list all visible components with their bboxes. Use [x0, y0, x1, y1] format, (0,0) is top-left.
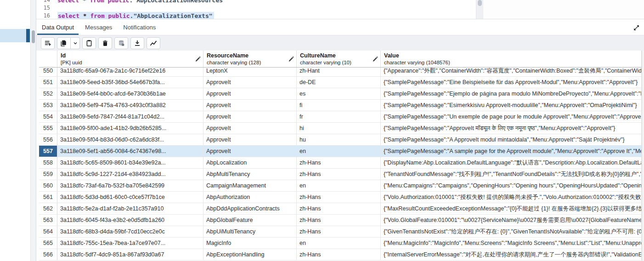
- cell-value[interactable]: {"Volo.GlobalFeature:010001":"\u0027{Ser…: [381, 215, 642, 226]
- cell-value[interactable]: {"DisplayName:Abp.Localization.DefaultLa…: [381, 157, 642, 168]
- cell-culture-name[interactable]: zh-Hans: [297, 169, 381, 180]
- cell-resource-name[interactable]: ApproveIt: [203, 134, 297, 145]
- copy-button[interactable]: [57, 37, 71, 49]
- column-header-resource-name[interactable]: ResourceName character varying (128): [203, 51, 297, 67]
- cell-culture-name[interactable]: zh-Hans: [297, 203, 381, 214]
- cell-resource-name[interactable]: AbpMultiTenancy: [203, 169, 297, 180]
- cell-id[interactable]: 3a118dfc-68b3-d4da-59bf-7cd10ecc2e0c: [57, 226, 203, 237]
- row-number-cell[interactable]: 560: [39, 180, 57, 191]
- grid-vertical-scrollbar[interactable]: [642, 51, 644, 261]
- cell-id[interactable]: 3a118dfc-755c-15ea-7bea-1a7ce97e07...: [57, 238, 203, 249]
- table-row[interactable]: 556 3a118e09-5f04-b83d-06d0-c62a6dc83f..…: [39, 134, 642, 146]
- copy-options-dropdown[interactable]: [71, 37, 80, 49]
- cell-value[interactable]: {"SamplePageMessage":"ApproveIt मॉड्यूल …: [381, 123, 642, 134]
- table-row[interactable]: 558 3a118dfc-5c65-8509-8601-b34e39e92a..…: [39, 157, 642, 169]
- cell-culture-name[interactable]: zh-Hans: [297, 226, 381, 237]
- cell-resource-name[interactable]: AbpAuthorization: [203, 192, 297, 203]
- cell-id[interactable]: 3a118e09-5ef4-bb0c-afcd-6e730b36b1ae: [57, 88, 203, 99]
- cell-culture-name[interactable]: zh-Hans: [297, 215, 381, 226]
- cell-id[interactable]: 3a118dfc-65a9-067a-2a1c-9c716ef22e16: [57, 68, 203, 76]
- sql-line-16-current[interactable]: 16select * from public."AbpLocalizationT…: [36, 12, 475, 19]
- cell-resource-name[interactable]: AbpDddApplicationContracts: [203, 203, 297, 214]
- cell-resource-name[interactable]: ApproveIt: [203, 123, 297, 134]
- row-number-cell[interactable]: 557: [39, 146, 57, 157]
- scrollbar-thumb[interactable]: [32, 30, 35, 43]
- cell-culture-name[interactable]: hi: [297, 123, 381, 134]
- table-row[interactable]: 562 3a118dfc-5e2a-d1af-f2ab-2e11c357a910…: [39, 203, 642, 215]
- cell-value[interactable]: {"Menu:Campaigns":"Campaigns","OpeningHo…: [381, 180, 642, 191]
- cell-value[interactable]: {"Volo.Authorization:010001":"授权失败! 提供的策…: [381, 192, 642, 203]
- row-number-cell[interactable]: 550: [39, 68, 57, 76]
- cell-culture-name[interactable]: zh-Hans: [297, 249, 381, 260]
- cell-value[interactable]: {"SamplePageMessage":"A sample page for …: [381, 146, 642, 157]
- cell-value[interactable]: {"SamplePageMessage":"Ejemplo de página …: [381, 88, 642, 99]
- sql-line-14[interactable]: 14select * from public."AbpLocalizationR…: [36, 0, 475, 4]
- row-number-cell[interactable]: 564: [39, 226, 57, 237]
- table-row[interactable]: 560 3a118dfc-73af-6a7b-532f-ba705e842599…: [39, 180, 642, 192]
- cell-id[interactable]: 3a118dfc-5c65-8509-8601-b34e39e92a...: [57, 157, 203, 168]
- cell-value[interactable]: {"SamplePageMessage":"Esimerkkisivu Appr…: [381, 100, 642, 111]
- cell-culture-name[interactable]: es: [297, 88, 381, 99]
- row-number-cell[interactable]: 551: [39, 77, 57, 88]
- cell-resource-name[interactable]: AbpExceptionHandling: [203, 249, 297, 260]
- table-row[interactable]: 561 3a118dfc-5d3d-bd61-60c0-c0ce57f7b1ce…: [39, 192, 642, 203]
- cell-culture-name[interactable]: de-DE: [297, 77, 381, 88]
- column-header-culture-name[interactable]: CultureName character varying (10): [297, 51, 381, 67]
- graph-visualiser-button[interactable]: [147, 37, 160, 49]
- cell-id[interactable]: 3a118dfc-5e2a-d1af-f2ab-2e11c357a910: [57, 203, 203, 214]
- cell-id[interactable]: 3a118dfc-6045-f43a-e3b2-e0d5dfb1a260: [57, 215, 203, 226]
- cell-id[interactable]: 3a118e09-5ef9-475a-4763-c493c0f3a882: [57, 100, 203, 111]
- cell-culture-name[interactable]: fi: [297, 100, 381, 111]
- row-number-cell[interactable]: 562: [39, 203, 57, 214]
- row-number-cell[interactable]: 552: [39, 88, 57, 99]
- cell-id[interactable]: 3a118e09-5ef1-ab56-0084-6c74367e98...: [57, 146, 203, 157]
- column-header-value[interactable]: Value character varying (1048576): [381, 51, 642, 67]
- cell-resource-name[interactable]: AbpLocalization: [203, 157, 297, 168]
- row-number-cell[interactable]: 559: [39, 169, 57, 180]
- cell-resource-name[interactable]: AbpUiMultiTenancy: [203, 226, 297, 237]
- tab-messages[interactable]: Messages: [80, 19, 117, 35]
- cell-id[interactable]: 3a118e09-5f00-ade1-41b2-9db26b5285...: [57, 123, 203, 134]
- cell-culture-name[interactable]: zh-Hans: [297, 157, 381, 168]
- row-number-cell[interactable]: 555: [39, 123, 57, 134]
- cell-resource-name[interactable]: LeptonX: [203, 68, 297, 76]
- cell-id[interactable]: 3a118e09-5eed-b35f-36bd-54e667b3fa...: [57, 77, 203, 88]
- table-row[interactable]: 563 3a118dfc-6045-f43a-e3b2-e0d5dfb1a260…: [39, 215, 642, 226]
- cell-value[interactable]: {"SamplePageMessage":"A ApproveIt modul …: [381, 134, 642, 145]
- add-row-button[interactable]: [41, 37, 55, 49]
- row-number-cell[interactable]: 553: [39, 100, 57, 111]
- table-row[interactable]: 552 3a118e09-5ef4-bb0c-afcd-6e730b36b1ae…: [39, 88, 642, 100]
- table-row[interactable]: 551 3a118e09-5eed-b35f-36bd-54e667b3fa..…: [39, 77, 642, 88]
- cell-resource-name[interactable]: ApproveIt: [203, 88, 297, 99]
- sql-editor[interactable]: 14select * from public."AbpLocalizationR…: [36, 0, 475, 19]
- table-row[interactable]: 564 3a118dfc-68b3-d4da-59bf-7cd10ecc2e0c…: [39, 226, 642, 238]
- cell-resource-name[interactable]: AbpGlobalFeature: [203, 215, 297, 226]
- save-data-changes-button[interactable]: [114, 37, 128, 49]
- table-row[interactable]: 555 3a118e09-5f00-ade1-41b2-9db26b5285..…: [39, 123, 642, 134]
- cell-id[interactable]: 3a118e09-5f04-b83d-06d0-c62a6dc83f...: [57, 134, 203, 145]
- table-row[interactable]: 554 3a118e09-5efd-7847-2f44-81a71c04d2..…: [39, 111, 642, 123]
- row-number-cell[interactable]: 565: [39, 238, 57, 249]
- row-number-cell[interactable]: 563: [39, 215, 57, 226]
- row-number-cell[interactable]: 566: [39, 249, 57, 260]
- row-number-cell[interactable]: 554: [39, 111, 57, 122]
- column-header-rownum[interactable]: [39, 51, 57, 67]
- cell-culture-name[interactable]: en: [297, 146, 381, 157]
- table-row[interactable]: 566 3a118dfc-5df7-4dc9-851a-867af93d0a67…: [39, 249, 642, 261]
- table-row[interactable]: 550 3a118dfc-65a9-067a-2a1c-9c716ef22e16…: [39, 68, 642, 77]
- tab-data-output[interactable]: Data Output: [37, 19, 79, 35]
- delete-row-button[interactable]: [98, 37, 112, 49]
- expand-panel-icon[interactable]: [633, 24, 640, 31]
- cell-value[interactable]: {"Appearance":"外觀","ContainerWidth":"容器寬…: [381, 68, 642, 76]
- table-row[interactable]: 553 3a118e09-5ef9-475a-4763-c493c0f3a882…: [39, 100, 642, 111]
- tree-selected-item[interactable]: [0, 29, 26, 42]
- cell-value[interactable]: {"GivenTenantIsNotExist":"给定的租户不存在: {0}"…: [381, 226, 642, 237]
- cell-value[interactable]: {"InternalServerErrorMessage":"对不起,在处理你的…: [381, 249, 642, 260]
- table-row[interactable]: 557 3a118e09-5ef1-ab56-0084-6c74367e98..…: [39, 146, 642, 157]
- cell-culture-name[interactable]: en: [297, 180, 381, 191]
- cell-culture-name[interactable]: fr: [297, 111, 381, 122]
- editor-scrollbar[interactable]: [476, 0, 483, 19]
- cell-culture-name[interactable]: hu: [297, 134, 381, 145]
- cell-value[interactable]: {"SamplePageMessage":"Un exemple de page…: [381, 111, 642, 122]
- paste-button[interactable]: [82, 37, 96, 49]
